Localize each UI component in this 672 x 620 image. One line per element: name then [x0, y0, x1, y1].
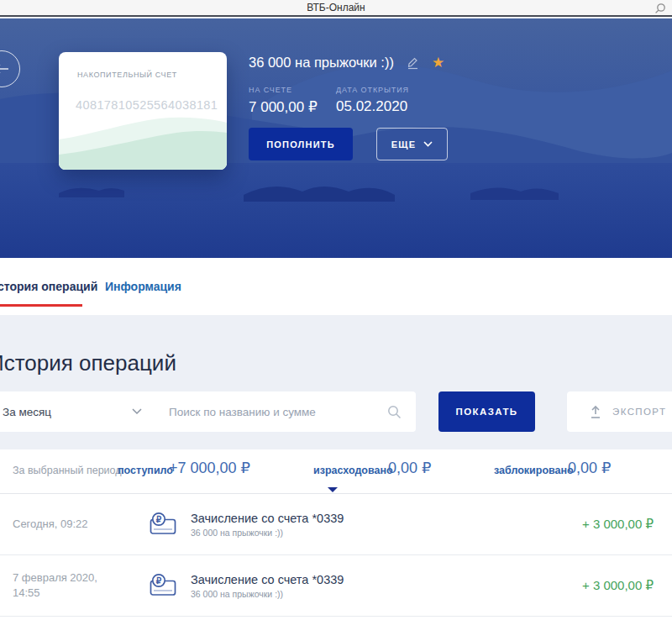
svg-text:₽: ₽ [156, 515, 162, 524]
received-label: поступило [118, 465, 173, 476]
tab-bar: История операций Информация [0, 258, 672, 315]
app-title: ВТБ-Онлайн [307, 2, 365, 13]
search-icon[interactable] [387, 405, 402, 419]
topup-button[interactable]: ПОПОЛНИТЬ [249, 128, 353, 160]
tab-history[interactable]: История операций [0, 280, 97, 293]
incoming-payment-icon: ₽ [147, 572, 179, 599]
account-title-row: 36 000 на прыжочки :)) ★ [249, 55, 444, 71]
period-dropdown[interactable]: За месяц [0, 406, 155, 418]
received-value: +7 000,00 ₽ [169, 459, 250, 477]
spent-value: 0,00 ₽ [388, 459, 432, 477]
chevron-down-icon [132, 408, 142, 415]
export-upload-icon [588, 405, 603, 419]
transaction-amount: + 3 000,00 ₽ [582, 517, 654, 532]
transaction-row[interactable]: Сегодня, 09:22 ₽ Зачисление со счета *03… [0, 494, 672, 555]
more-button[interactable]: ЕЩЕ [376, 128, 448, 160]
transaction-text: Зачисление со счета *0339 36 000 на прыж… [191, 512, 344, 538]
account-card[interactable]: НАКОПИТЕЛЬНЫЙ СЧЕТ 40817810525564038181 [59, 52, 227, 170]
incoming-payment-icon: ₽ [147, 511, 179, 538]
chevron-down-icon [423, 141, 433, 147]
transaction-text: Зачисление со счета *0339 36 000 на прыж… [191, 573, 344, 599]
summary-period-label: За выбранный период: [13, 465, 124, 476]
summary-collapse-arrow[interactable] [328, 487, 338, 492]
transaction-subtitle: 36 000 на прыжочки :)) [191, 528, 344, 538]
show-button[interactable]: ПОКАЗАТЬ [438, 391, 535, 432]
tab-info[interactable]: Информация [105, 280, 181, 293]
account-title: 36 000 на прыжочки :)) [249, 55, 394, 71]
balance-label: НА СЧЕТЕ [249, 86, 318, 94]
account-number: 40817810525564038181 [76, 98, 218, 112]
period-summary-bar: За выбранный период: поступило +7 000,00… [0, 449, 672, 494]
transaction-amount: + 3 000,00 ₽ [582, 578, 654, 593]
open-date-block: ДАТА ОТКРЫТИЯ 05.02.2020 [336, 86, 409, 115]
titlebar-search-icon[interactable] [654, 3, 666, 18]
period-dropdown-value: За месяц [3, 406, 51, 418]
open-date-label: ДАТА ОТКРЫТИЯ [336, 86, 409, 94]
balance-value: 7 000,00 ₽ [249, 98, 318, 116]
account-type-label: НАКОПИТЕЛЬНЫЙ СЧЕТ [77, 71, 177, 79]
transaction-date: Сегодня, 09:22 [13, 517, 147, 532]
more-button-label: ЕЩЕ [391, 139, 416, 150]
spent-label: израсходовано [313, 465, 393, 476]
search-wrap [155, 391, 416, 432]
blocked-value: 0,00 ₽ [568, 459, 612, 477]
page-title: История операций [0, 350, 176, 376]
open-date-value: 05.02.2020 [336, 98, 409, 115]
transaction-title: Зачисление со счета *0339 [191, 573, 344, 586]
transaction-date: 7 февраля 2020, 14:55 [13, 570, 147, 600]
active-tab-underline [0, 304, 82, 307]
export-button-label: ЭКСПОРТ [612, 407, 666, 417]
app-titlebar: ВТБ-Онлайн [0, 0, 672, 17]
filter-box: За месяц [0, 391, 416, 432]
transaction-list: Сегодня, 09:22 ₽ Зачисление со счета *03… [0, 494, 672, 620]
vtb-online-screen: ВТБ-Онлайн [0, 0, 672, 620]
account-hero: НАКОПИТЕЛЬНЫЙ СЧЕТ 40817810525564038181 … [0, 18, 672, 258]
transaction-row[interactable]: 7 февраля 2020, 14:55 ₽ Зачисление со сч… [0, 555, 672, 617]
transaction-title: Зачисление со счета *0339 [191, 512, 344, 525]
favorite-star-icon[interactable]: ★ [432, 55, 444, 70]
edit-pencil-icon[interactable] [406, 55, 420, 70]
balance-block: НА СЧЕТЕ 7 000,00 ₽ [249, 86, 318, 116]
transaction-subtitle: 36 000 на прыжочки :)) [191, 589, 344, 599]
search-input[interactable] [155, 391, 416, 432]
blocked-label: заблокировано [494, 465, 574, 476]
export-button[interactable]: ЭКСПОРТ [567, 391, 672, 432]
svg-text:₽: ₽ [156, 576, 162, 586]
